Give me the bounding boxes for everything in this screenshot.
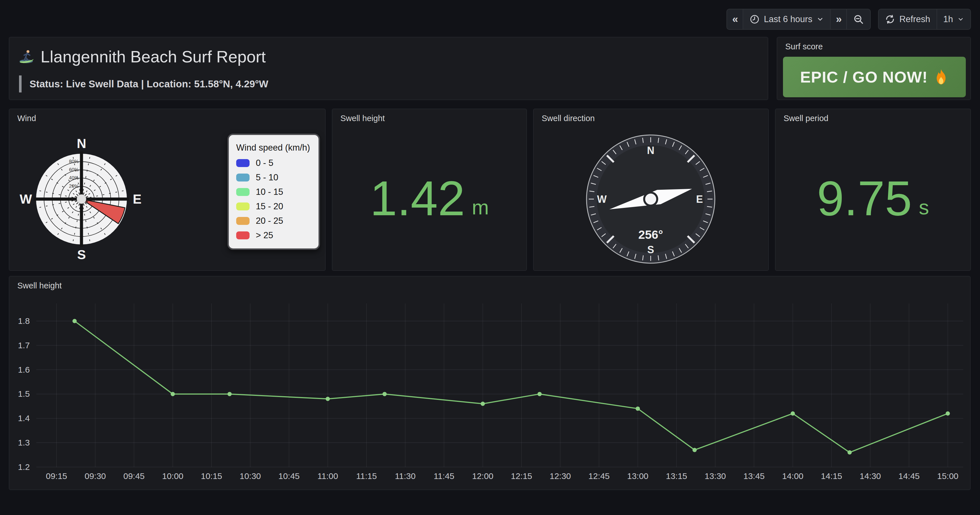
chevron-double-left-icon: « bbox=[732, 13, 738, 25]
panel-title: Wind bbox=[18, 114, 36, 123]
zoom-out-time-button[interactable] bbox=[846, 10, 870, 29]
clock-icon bbox=[749, 14, 760, 24]
legend-label: 5 - 10 bbox=[256, 173, 278, 183]
svg-text:13:45: 13:45 bbox=[743, 471, 765, 481]
svg-text:09:45: 09:45 bbox=[123, 471, 145, 481]
legend-item: 15 - 20 bbox=[236, 201, 311, 212]
svg-text:1.4: 1.4 bbox=[18, 414, 30, 423]
swell-period-value: 9.75 bbox=[817, 174, 912, 223]
time-range-picker-button[interactable]: Last 6 hours bbox=[743, 10, 830, 29]
refresh-icon bbox=[885, 14, 895, 24]
time-shift-forward-button[interactable]: » bbox=[830, 10, 846, 29]
svg-text:W: W bbox=[19, 192, 32, 206]
legend-label: 0 - 5 bbox=[256, 158, 274, 168]
svg-text:S: S bbox=[77, 247, 86, 262]
refresh-interval-dropdown[interactable]: 1h bbox=[937, 10, 970, 29]
legend-swatch-teal bbox=[236, 174, 250, 182]
legend-swatch-red bbox=[236, 231, 250, 239]
refresh-label: Refresh bbox=[899, 14, 930, 24]
svg-text:10:15: 10:15 bbox=[201, 471, 222, 481]
svg-text:256°: 256° bbox=[638, 228, 663, 241]
timeseries-chart[interactable]: 1.81.71.61.51.41.31.209:1509:3009:4510:0… bbox=[10, 276, 970, 490]
svg-text:40%: 40% bbox=[69, 175, 79, 181]
svg-text:14:15: 14:15 bbox=[821, 471, 842, 481]
svg-text:E: E bbox=[696, 193, 703, 205]
svg-text:1.6: 1.6 bbox=[18, 365, 30, 374]
svg-text:12:15: 12:15 bbox=[511, 471, 532, 481]
svg-text:13:15: 13:15 bbox=[666, 471, 687, 481]
svg-text:14:45: 14:45 bbox=[898, 471, 920, 481]
svg-text:N: N bbox=[647, 145, 654, 156]
swell-period-unit: s bbox=[919, 197, 929, 217]
svg-text:10:30: 10:30 bbox=[240, 471, 261, 481]
surf-score-value: EPIC / GO NOW! bbox=[800, 68, 928, 86]
svg-text:S: S bbox=[647, 244, 654, 255]
panel-title: Swell direction bbox=[542, 114, 595, 123]
time-shift-back-button[interactable]: « bbox=[727, 10, 743, 29]
chevron-down-icon bbox=[816, 16, 824, 23]
svg-text:13:00: 13:00 bbox=[627, 471, 648, 481]
surf-score-panel: Surf score EPIC / GO NOW! bbox=[777, 37, 971, 100]
svg-text:E: E bbox=[133, 192, 142, 206]
svg-text:10:45: 10:45 bbox=[278, 471, 299, 481]
time-range-label: Last 6 hours bbox=[764, 14, 813, 24]
dashboard-toolbar: « Last 6 hours » bbox=[727, 9, 971, 30]
svg-text:11:00: 11:00 bbox=[317, 471, 338, 481]
svg-text:14:00: 14:00 bbox=[782, 471, 803, 481]
chevron-double-right-icon: » bbox=[836, 13, 841, 25]
swell-height-value: 1.42 bbox=[370, 174, 465, 223]
svg-text:09:30: 09:30 bbox=[84, 471, 106, 481]
time-range-group: « Last 6 hours » bbox=[727, 9, 871, 30]
legend-swatch-yellow bbox=[236, 203, 250, 211]
status-label: Status: bbox=[30, 78, 63, 89]
legend-label: 20 - 25 bbox=[256, 216, 283, 226]
wind-legend-title: Wind speed (km/h) bbox=[236, 142, 311, 154]
refresh-group: Refresh 1h bbox=[878, 9, 971, 30]
legend-label: 10 - 15 bbox=[256, 187, 283, 197]
refresh-button[interactable]: Refresh bbox=[879, 10, 937, 29]
panel-title: Swell period bbox=[784, 114, 829, 123]
surf-score-value-box: EPIC / GO NOW! bbox=[783, 57, 966, 97]
magnifier-minus-icon bbox=[853, 14, 864, 25]
svg-text:1.3: 1.3 bbox=[18, 438, 30, 447]
svg-text:12:45: 12:45 bbox=[588, 471, 609, 481]
legend-item: 20 - 25 bbox=[236, 216, 311, 226]
panel-title: Surf score bbox=[785, 42, 823, 51]
legend-label: > 25 bbox=[256, 230, 273, 241]
svg-text:1.2: 1.2 bbox=[18, 462, 30, 472]
svg-text:80%: 80% bbox=[69, 159, 79, 164]
svg-text:11:30: 11:30 bbox=[395, 471, 415, 481]
svg-text:12:00: 12:00 bbox=[472, 471, 493, 481]
legend-item: 5 - 10 bbox=[236, 173, 311, 183]
swell-height-timeseries-panel: Swell height 1.81.71.61.51.41.31.209:150… bbox=[9, 276, 970, 490]
svg-text:11:45: 11:45 bbox=[434, 471, 455, 481]
svg-text:13:30: 13:30 bbox=[705, 471, 726, 481]
status-separator: | bbox=[141, 78, 144, 89]
panel-title: Swell height bbox=[340, 114, 385, 123]
dashboard-title: Llangennith Beach Surf Report bbox=[41, 47, 266, 66]
header-title-row: Llangennith Beach Surf Report bbox=[19, 47, 266, 66]
wind-panel: Wind 20%40%60%80%NESW Wind speed (km/h) … bbox=[9, 109, 326, 271]
svg-text:14:30: 14:30 bbox=[860, 471, 881, 481]
legend-item: > 25 bbox=[236, 230, 311, 241]
blockquote-bar bbox=[19, 75, 22, 92]
location-label: Location: bbox=[146, 78, 191, 89]
svg-text:20%: 20% bbox=[69, 184, 79, 189]
swell-height-stat-panel: Swell height 1.42 m bbox=[332, 109, 527, 271]
svg-text:1.7: 1.7 bbox=[18, 341, 30, 350]
status-value: Live Swell Data bbox=[66, 78, 138, 89]
svg-text:1.8: 1.8 bbox=[18, 316, 30, 326]
fire-icon bbox=[934, 69, 949, 86]
stat-value-wrap: 1.42 m bbox=[332, 126, 527, 270]
compass-gauge: NESW256° bbox=[584, 132, 718, 266]
header-panel: Llangennith Beach Surf Report Status: Li… bbox=[9, 37, 768, 100]
legend-swatch-green bbox=[236, 188, 250, 196]
windrose-chart: 20%40%60%80%NESW bbox=[16, 134, 147, 264]
legend-swatch-blue bbox=[236, 159, 250, 167]
svg-text:60%: 60% bbox=[69, 167, 79, 173]
svg-text:N: N bbox=[76, 136, 86, 151]
svg-text:09:15: 09:15 bbox=[46, 471, 67, 481]
swell-height-unit: m bbox=[472, 197, 489, 217]
svg-text:15:00: 15:00 bbox=[937, 471, 958, 481]
dashboard-page: « Last 6 hours » bbox=[0, 0, 980, 515]
